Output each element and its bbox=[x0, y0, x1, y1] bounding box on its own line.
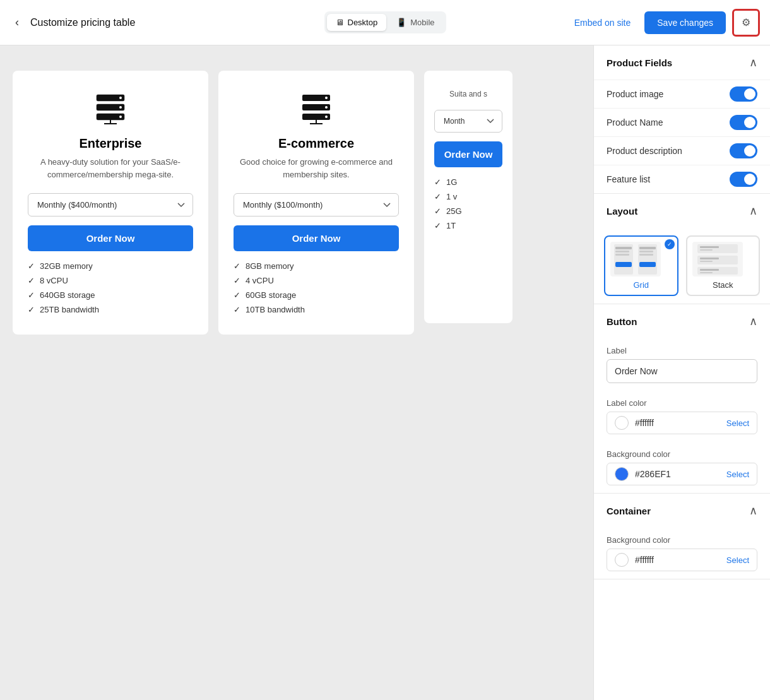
svg-rect-31 bbox=[700, 261, 713, 262]
button-label-input[interactable] bbox=[607, 359, 757, 383]
desktop-label: Desktop bbox=[348, 18, 378, 27]
mobile-label: Mobile bbox=[410, 18, 434, 27]
grid-layout-option[interactable]: ✓ bbox=[604, 235, 678, 296]
svg-rect-27 bbox=[700, 246, 719, 248]
svg-rect-26 bbox=[697, 244, 738, 253]
product-name-toggle[interactable] bbox=[730, 115, 757, 130]
svg-point-5 bbox=[119, 116, 122, 118]
bg-color-hex: #286EF1 bbox=[635, 469, 720, 479]
list-item: ✓60GB storage bbox=[234, 290, 399, 300]
label-color-swatch[interactable] bbox=[615, 416, 629, 430]
sidebar: Product Fields ∧ Product image Product N… bbox=[593, 45, 770, 700]
list-item: ✓25G bbox=[434, 206, 502, 216]
enterprise-desc: A heavy-duty solution for your SaaS/e-co… bbox=[28, 156, 193, 181]
partial-plan-select[interactable]: Month bbox=[434, 110, 502, 133]
ecommerce-desc: Good choice for growing e-commerce and m… bbox=[234, 156, 399, 181]
svg-rect-18 bbox=[615, 251, 629, 252]
list-item: ✓640GB storage bbox=[28, 290, 193, 300]
feature-list-toggle[interactable] bbox=[730, 172, 757, 187]
mobile-icon: 📱 bbox=[396, 18, 406, 27]
stack-layout-preview bbox=[692, 242, 743, 276]
label-color-select-button[interactable]: Select bbox=[726, 418, 749, 428]
check-icon: ✓ bbox=[434, 177, 441, 187]
product-name-row: Product Name bbox=[594, 108, 770, 136]
ecommerce-plan-select[interactable]: Monthly ($100/month) bbox=[234, 193, 399, 217]
check-icon: ✓ bbox=[234, 261, 240, 271]
ecommerce-icon bbox=[234, 88, 399, 126]
list-item: ✓1G bbox=[434, 177, 502, 187]
check-icon: ✓ bbox=[234, 305, 240, 314]
svg-rect-17 bbox=[615, 247, 632, 249]
mobile-view-button[interactable]: 📱 Mobile bbox=[388, 14, 443, 31]
product-fields-header[interactable]: Product Fields ∧ bbox=[594, 45, 770, 80]
svg-rect-25 bbox=[639, 262, 656, 267]
container-header[interactable]: Container ∧ bbox=[594, 494, 770, 528]
bg-color-select-button[interactable]: Select bbox=[726, 470, 749, 479]
gear-icon: ⚙ bbox=[742, 16, 750, 28]
back-button[interactable]: ‹ bbox=[10, 13, 24, 32]
product-image-toggle[interactable] bbox=[730, 86, 757, 102]
partial-order-button[interactable]: Order Now bbox=[434, 141, 502, 167]
button-label-group: Label bbox=[594, 338, 770, 391]
svg-rect-22 bbox=[639, 251, 653, 252]
enterprise-card: Enterprise A heavy-duty solution for you… bbox=[13, 71, 208, 335]
partial-card: Suita and s Month Order Now ✓1G ✓1 v ✓25… bbox=[424, 71, 512, 323]
product-desc-row: Product description bbox=[594, 136, 770, 165]
layout-options: ✓ bbox=[594, 228, 770, 304]
bg-color-group: Background color #286EF1 Select bbox=[594, 442, 770, 493]
product-desc-toggle[interactable] bbox=[730, 143, 757, 158]
container-bg-swatch[interactable] bbox=[615, 553, 629, 567]
svg-rect-19 bbox=[615, 254, 629, 256]
stack-layout-option[interactable]: Stack bbox=[686, 235, 761, 296]
header: ‹ Customize pricing table 🖥 Desktop 📱 Mo… bbox=[0, 0, 770, 45]
list-item: ✓1 v bbox=[434, 192, 502, 201]
embed-button[interactable]: Embed on site bbox=[567, 13, 639, 33]
ecommerce-order-button[interactable]: Order Now bbox=[234, 225, 399, 251]
check-icon: ✓ bbox=[28, 276, 35, 285]
check-icon: ✓ bbox=[28, 290, 35, 300]
grid-layout-preview bbox=[610, 242, 661, 276]
list-item: ✓8GB memory bbox=[234, 261, 399, 271]
page-title: Customize pricing table bbox=[30, 17, 135, 28]
svg-point-4 bbox=[119, 106, 122, 109]
partial-features: ✓1G ✓1 v ✓25G ✓1T bbox=[434, 177, 502, 230]
check-icon: ✓ bbox=[28, 305, 35, 314]
enterprise-features: ✓32GB memory ✓8 vCPU ✓640GB storage ✓25T… bbox=[28, 261, 193, 314]
button-section-header[interactable]: Button ∧ bbox=[594, 304, 770, 338]
container-title: Container bbox=[607, 506, 651, 516]
svg-rect-28 bbox=[700, 249, 713, 251]
list-item: ✓32GB memory bbox=[28, 261, 193, 271]
main: Enterprise A heavy-duty solution for you… bbox=[0, 45, 770, 700]
svg-point-12 bbox=[325, 106, 328, 109]
settings-button[interactable]: ⚙ bbox=[732, 9, 760, 37]
stack-layout-label: Stack bbox=[692, 280, 754, 290]
list-item: ✓1T bbox=[434, 221, 502, 230]
container-bg-group: Background color #ffffff Select bbox=[594, 528, 770, 579]
enterprise-order-button[interactable]: Order Now bbox=[28, 225, 193, 251]
container-section: Container ∧ Background color #ffffff Sel… bbox=[594, 494, 770, 579]
desktop-view-button[interactable]: 🖥 Desktop bbox=[327, 14, 387, 31]
svg-point-13 bbox=[325, 116, 328, 118]
svg-rect-21 bbox=[639, 247, 656, 249]
check-icon: ✓ bbox=[434, 221, 441, 230]
layout-title: Layout bbox=[607, 206, 637, 217]
container-bg-row: #ffffff Select bbox=[607, 549, 757, 571]
save-button[interactable]: Save changes bbox=[644, 11, 726, 34]
layout-header[interactable]: Layout ∧ bbox=[594, 194, 770, 228]
svg-rect-33 bbox=[700, 269, 719, 271]
enterprise-plan-select[interactable]: Monthly ($400/month) bbox=[28, 193, 193, 217]
container-bg-select-button[interactable]: Select bbox=[726, 555, 749, 565]
bg-color-row: #286EF1 Select bbox=[607, 463, 757, 485]
list-item: ✓10TB bandwidth bbox=[234, 305, 399, 314]
feature-list-label: Feature list bbox=[607, 174, 650, 184]
check-icon: ✓ bbox=[28, 261, 35, 271]
product-image-label: Product image bbox=[607, 89, 663, 99]
view-toggle: 🖥 Desktop 📱 Mobile bbox=[324, 11, 446, 33]
bg-color-swatch[interactable] bbox=[615, 467, 629, 481]
label-color-label: Label color bbox=[607, 398, 757, 408]
list-item: ✓8 vCPU bbox=[28, 276, 193, 285]
button-section-title: Button bbox=[607, 316, 637, 327]
toggle-slider bbox=[730, 143, 757, 158]
label-color-hex: #ffffff bbox=[635, 418, 720, 428]
svg-rect-29 bbox=[697, 256, 738, 264]
